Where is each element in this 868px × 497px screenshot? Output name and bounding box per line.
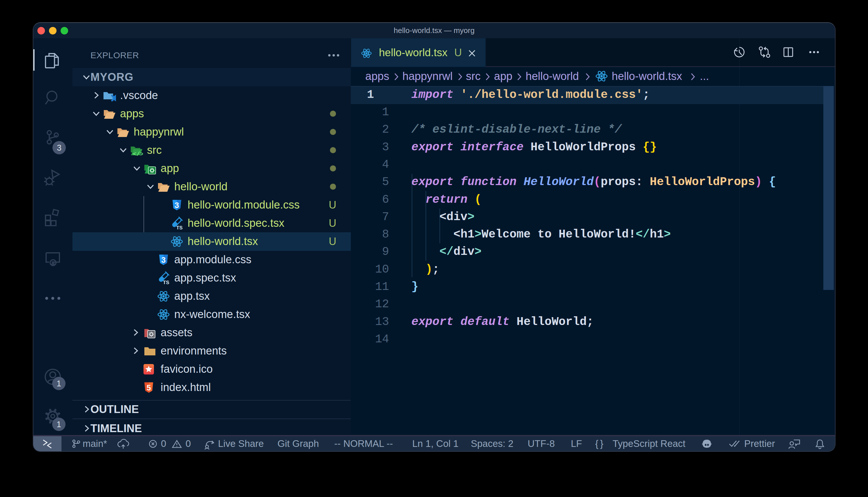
svg-text:TS: TS [163,280,169,285]
svg-text:3: 3 [161,256,166,265]
svg-text:</>: </> [133,151,143,157]
svg-text:3: 3 [175,201,179,210]
svg-text:5: 5 [147,383,151,392]
svg-text:TS: TS [176,225,183,230]
